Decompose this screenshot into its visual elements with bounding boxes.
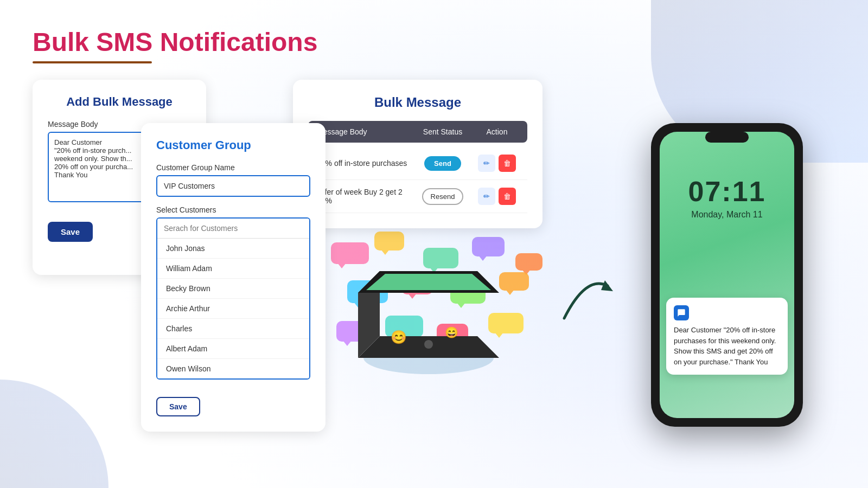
message-text: 20% off in-store purchases	[317, 159, 410, 168]
customer-group-save-button[interactable]: Save	[156, 397, 200, 416]
select-customers-label: Select Customers	[156, 206, 310, 214]
send-button[interactable]: Send	[424, 156, 461, 171]
action-cell: ✏ 🗑	[475, 188, 519, 205]
customers-dropdown: John Jonas William Adam Becky Brown Arch…	[156, 217, 310, 380]
title-underline	[33, 61, 152, 63]
customer-group-heading: Customer Group	[156, 138, 310, 152]
status-cell: Resend	[410, 188, 475, 205]
delete-button[interactable]: 🗑	[499, 155, 516, 172]
table-header: Message Body Sent Status Action	[308, 121, 527, 143]
page-title: Bulk SMS Notifications	[33, 27, 835, 57]
arrow-decoration	[553, 264, 618, 331]
group-name-input[interactable]	[156, 175, 310, 197]
phone-area: 07:11 Monday, March 11 Dear Customer "20…	[651, 123, 803, 427]
list-item[interactable]: William Adam	[157, 259, 309, 279]
list-item[interactable]: Charles	[157, 319, 309, 339]
sms-notification: Dear Customer "20% off in-store purchase…	[666, 298, 788, 375]
action-cell: ✏ 🗑	[475, 155, 519, 172]
table-row: Offer of week Buy 2 get 2 50% Resend ✏ 🗑	[308, 180, 527, 213]
edit-icon: ✏	[483, 192, 490, 201]
list-item[interactable]: John Jonas	[157, 239, 309, 259]
list-item[interactable]: Archie Arthur	[157, 299, 309, 319]
svg-text:😄: 😄	[445, 326, 458, 339]
delete-icon: 🗑	[503, 159, 511, 168]
phone-date: Monday, March 11	[691, 210, 762, 220]
svg-point-6	[424, 340, 433, 349]
col-message-body: Message Body	[317, 127, 410, 136]
table-row: 20% off in-store purchases Send ✏ 🗑	[308, 147, 527, 180]
bulk-message-heading: Bulk Message	[308, 95, 527, 110]
status-cell: Send	[410, 156, 475, 171]
col-action: Action	[475, 127, 519, 136]
list-item[interactable]: Owen Wilson	[157, 359, 309, 378]
svg-marker-0	[601, 280, 613, 291]
smartphone: 07:11 Monday, March 11 Dear Customer "20…	[651, 123, 803, 427]
col-sent-status: Sent Status	[410, 127, 475, 136]
edit-button[interactable]: ✏	[478, 155, 495, 172]
isometric-phone: 😊 😄	[336, 228, 521, 382]
message-text: Offer of week Buy 2 get 2 50%	[317, 188, 410, 205]
delete-button[interactable]: 🗑	[499, 188, 516, 205]
group-name-label: Customer Group Name	[156, 163, 310, 172]
edit-icon: ✏	[483, 159, 490, 168]
delete-icon: 🗑	[503, 192, 511, 201]
customer-search-input[interactable]	[157, 219, 309, 239]
phone-notch	[705, 132, 749, 143]
list-item[interactable]: Albert Adam	[157, 339, 309, 359]
phone-screen: 07:11 Monday, March 11 Dear Customer "20…	[660, 132, 794, 418]
customer-list: John Jonas William Adam Becky Brown Arch…	[157, 239, 309, 378]
phone-time: 07:11	[688, 175, 766, 208]
svg-marker-5	[366, 274, 491, 290]
resend-button[interactable]: Resend	[422, 188, 464, 205]
svg-text:😊: 😊	[391, 329, 407, 345]
list-item[interactable]: Becky Brown	[157, 279, 309, 299]
edit-button[interactable]: ✏	[478, 188, 495, 205]
bulk-message-card: Bulk Message Message Body Sent Status Ac…	[293, 80, 542, 228]
sms-message-text: Dear Customer "20% off in-store purchase…	[674, 325, 780, 367]
customer-group-card: Customer Group Customer Group Name Selec…	[141, 123, 326, 432]
add-bulk-save-button[interactable]: Save	[48, 222, 93, 242]
add-bulk-heading: Add Bulk Message	[48, 95, 191, 109]
sms-app-icon	[674, 305, 689, 320]
